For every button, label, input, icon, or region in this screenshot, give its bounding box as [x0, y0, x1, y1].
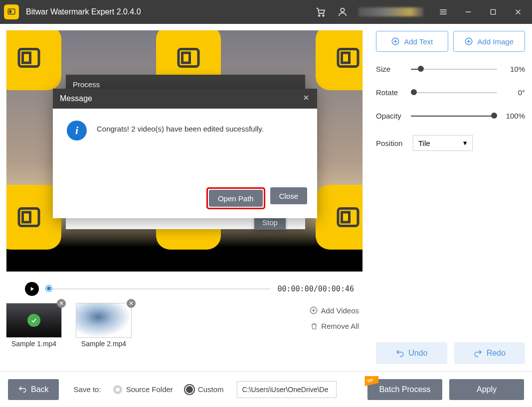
- remove-thumb-icon[interactable]: ✕: [57, 299, 66, 308]
- chevron-down-icon: ▾: [463, 138, 467, 147]
- source-folder-radio[interactable]: Source Folder: [113, 385, 173, 394]
- timeline-slider[interactable]: [46, 287, 270, 291]
- remove-thumb-icon[interactable]: ✕: [127, 299, 136, 308]
- check-icon: [27, 314, 40, 327]
- save-to-label: Save to:: [74, 385, 101, 394]
- thumb-label: Sample 2.mp4: [76, 340, 132, 348]
- svg-point-3: [323, 15, 324, 16]
- user-name-blurred: [358, 7, 423, 16]
- rotate-value: 0°: [497, 88, 525, 97]
- add-videos-button[interactable]: Add Videos: [309, 306, 359, 315]
- app-logo: [4, 4, 19, 19]
- right-panel: Add Text Add Image Size 10% Rotate 0° Op…: [369, 24, 532, 371]
- svg-rect-15: [182, 53, 190, 63]
- highlight-ring: Open Path: [206, 187, 265, 209]
- play-button[interactable]: [25, 282, 39, 296]
- redo-button[interactable]: Redo: [454, 342, 526, 364]
- rotate-slider[interactable]: [411, 91, 497, 94]
- dialog-close-icon[interactable]: [302, 94, 310, 104]
- thumbnails-row: ✕ Sample 1.mp4 ✕ Sample 2.mp4 Add Videos…: [0, 300, 369, 355]
- custom-radio[interactable]: Custom: [185, 385, 224, 394]
- path-input[interactable]: C:\Users\User\OneDrive\De: [237, 381, 337, 398]
- rotate-label: Rotate: [376, 88, 411, 97]
- bottom-bar: Back Save to: Source Folder Custom C:\Us…: [0, 371, 532, 407]
- open-path-button[interactable]: Open Path: [209, 190, 263, 207]
- message-dialog: Message i Congrats! 2 video(s) have been…: [53, 89, 317, 218]
- opacity-slider[interactable]: [411, 115, 497, 118]
- vip-badge-icon: VIP: [364, 376, 380, 386]
- radio-icon: [113, 385, 122, 394]
- opacity-value: 100%: [497, 112, 525, 120]
- back-button[interactable]: Back: [8, 379, 59, 400]
- player-bar: 00:00:00/00:00:46: [0, 278, 369, 300]
- info-icon: i: [67, 121, 87, 140]
- position-label: Position: [376, 139, 411, 147]
- add-image-button[interactable]: Add Image: [453, 31, 526, 52]
- user-icon[interactable]: [337, 6, 349, 18]
- thumb-label: Sample 1.mp4: [6, 340, 62, 348]
- apply-button[interactable]: Apply: [449, 379, 524, 400]
- minimize-button[interactable]: [463, 7, 473, 17]
- svg-rect-13: [23, 53, 30, 63]
- opacity-label: Opacity: [376, 112, 411, 120]
- svg-rect-19: [23, 212, 30, 222]
- close-button[interactable]: [513, 7, 523, 17]
- batch-process-button[interactable]: VIP Batch Process: [367, 379, 442, 400]
- svg-rect-23: [342, 212, 350, 222]
- cart-icon[interactable]: [315, 6, 327, 18]
- svg-point-4: [341, 8, 344, 12]
- titlebar: Bitwar Watermark Expert 2.0.4.0: [0, 0, 532, 24]
- dialog-message: Congrats! 2 video(s) have been edited su…: [97, 121, 264, 133]
- svg-rect-17: [342, 53, 350, 63]
- add-text-button[interactable]: Add Text: [376, 31, 448, 52]
- undo-button[interactable]: Undo: [376, 342, 447, 364]
- video-thumb[interactable]: ✕ Sample 1.mp4: [6, 303, 62, 348]
- position-select[interactable]: Tile ▾: [413, 135, 473, 151]
- close-dialog-button[interactable]: Close: [270, 187, 307, 204]
- radio-icon: [185, 385, 194, 394]
- maximize-button[interactable]: [488, 7, 498, 17]
- size-value: 10%: [497, 65, 525, 73]
- svg-rect-1: [9, 10, 12, 13]
- app-title: Bitwar Watermark Expert 2.0.4.0: [26, 7, 141, 16]
- remove-all-button[interactable]: Remove All: [309, 322, 359, 330]
- time-display: 00:00:00/00:00:46: [277, 284, 354, 293]
- svg-point-2: [319, 15, 320, 16]
- size-label: Size: [376, 65, 411, 73]
- size-slider[interactable]: [411, 68, 497, 71]
- svg-rect-9: [491, 9, 495, 14]
- video-thumb[interactable]: ✕ Sample 2.mp4: [76, 303, 132, 348]
- dialog-title: Message: [60, 94, 92, 103]
- menu-icon[interactable]: [438, 7, 448, 17]
